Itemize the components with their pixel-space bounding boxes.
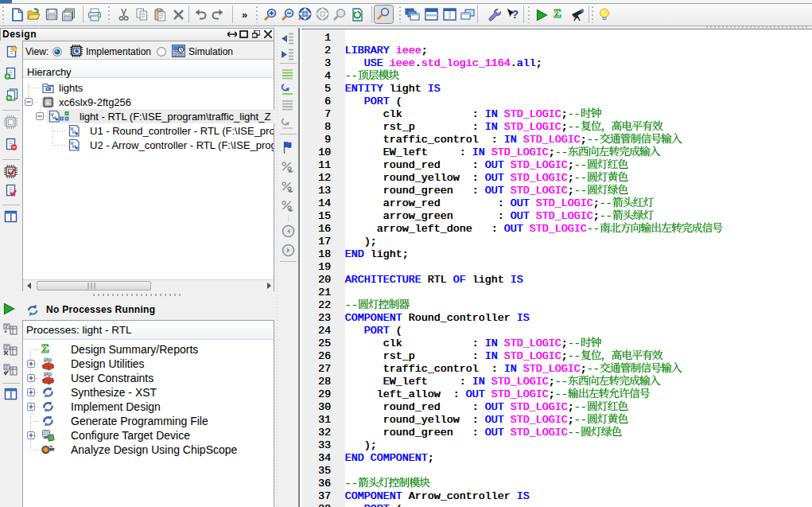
svg-text:ISim: ISim [173,52,185,57]
svg-text:Σ: Σ [554,8,561,20]
svg-text:H: H [52,115,56,119]
svg-text:»: » [242,9,247,21]
svg-text:H: H [72,129,76,134]
svg-text:Σ: Σ [41,343,49,355]
svg-text:H: H [72,143,76,148]
